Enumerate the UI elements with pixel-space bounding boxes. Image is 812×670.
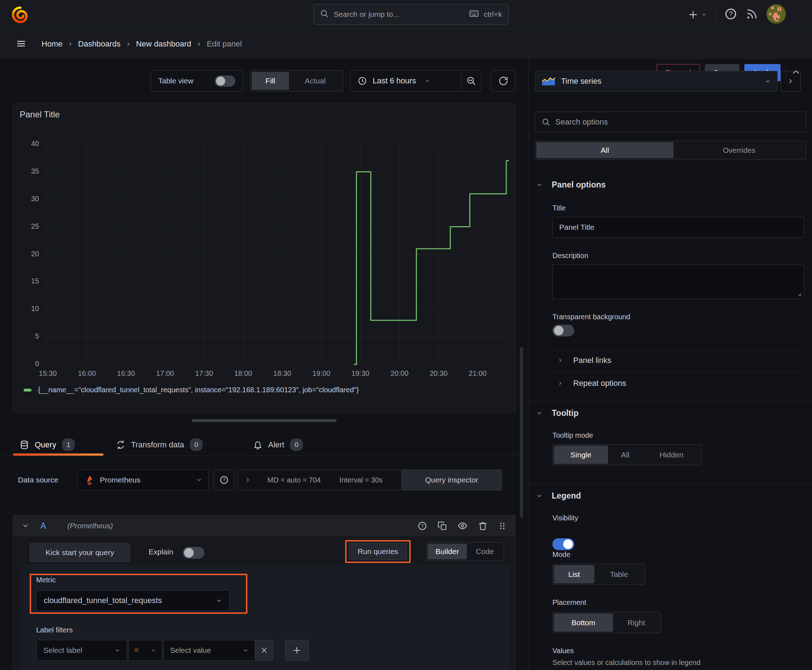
filter-all-option[interactable]: All bbox=[536, 142, 673, 158]
chart-legend[interactable]: {__name__="cloudflared_tunnel_total_requ… bbox=[24, 386, 359, 394]
metric-label: Metric bbox=[36, 576, 56, 584]
run-queries-button[interactable]: Run queries bbox=[349, 543, 407, 560]
datasource-help-button[interactable]: ? bbox=[214, 470, 234, 490]
query-editor-body: Metric cloudflared_tunnel_total_requests… bbox=[21, 564, 509, 670]
time-range-picker[interactable]: Last 6 hours bbox=[351, 71, 461, 91]
code-option[interactable]: Code bbox=[467, 544, 503, 559]
table-view-control: Table view bbox=[151, 70, 244, 91]
topbar-divider bbox=[715, 7, 716, 22]
legend-values-hint: Select values or calculations to show in… bbox=[553, 658, 701, 667]
select-value-dropdown[interactable]: Select value bbox=[163, 640, 255, 661]
drag-grip-icon[interactable] bbox=[498, 521, 507, 531]
y-axis-tick: 35 bbox=[13, 167, 39, 175]
legend-section-header[interactable]: Legend bbox=[536, 491, 581, 501]
x-axis-tick: 16:00 bbox=[71, 369, 103, 377]
chevron-down-icon bbox=[243, 648, 249, 653]
help-icon[interactable]: ? bbox=[417, 521, 427, 531]
nav-bar: Home › Dashboards › New dashboard › Edit… bbox=[0, 29, 812, 59]
zoom-out-button[interactable] bbox=[461, 71, 481, 91]
transparent-bg-toggle[interactable] bbox=[553, 325, 574, 337]
explain-toggle[interactable] bbox=[183, 547, 204, 559]
fill-option[interactable]: Fill bbox=[252, 72, 289, 90]
metric-value: cloudflared_tunnel_total_requests bbox=[44, 596, 211, 605]
help-button[interactable]: ? bbox=[724, 7, 737, 22]
breadcrumb-sep: › bbox=[69, 39, 71, 49]
tab-transform[interactable]: Transform data 0 bbox=[116, 435, 203, 455]
duplicate-icon[interactable] bbox=[437, 521, 447, 531]
trash-icon[interactable] bbox=[478, 521, 488, 531]
tooltip-hidden-option[interactable]: Hidden bbox=[642, 446, 700, 464]
x-axis-tick: 20:30 bbox=[422, 369, 455, 377]
select-label-dropdown[interactable]: Select label bbox=[37, 640, 127, 661]
panel-options-title: Panel options bbox=[552, 180, 606, 189]
breadcrumb-new-dashboard[interactable]: New dashboard bbox=[136, 39, 191, 49]
breadcrumb-dashboards[interactable]: Dashboards bbox=[78, 39, 120, 49]
global-search-box[interactable]: Search or jump to... ctrl+k bbox=[313, 4, 509, 25]
tooltip-section-header[interactable]: Tooltip bbox=[536, 408, 578, 418]
search-placeholder: Search or jump to... bbox=[334, 10, 464, 19]
breadcrumb-home[interactable]: Home bbox=[42, 39, 63, 49]
actual-option[interactable]: Actual bbox=[289, 72, 342, 90]
query-inspector-button[interactable]: Query inspector bbox=[401, 470, 502, 490]
label-filters-label: Label filters bbox=[36, 626, 73, 634]
transform-icon bbox=[116, 440, 125, 450]
grafana-logo-icon[interactable] bbox=[11, 5, 29, 24]
add-filter-button[interactable] bbox=[285, 640, 309, 661]
news-rss-button[interactable] bbox=[746, 8, 758, 22]
chevron-down-icon bbox=[536, 410, 542, 416]
add-new-button[interactable] bbox=[688, 10, 707, 20]
svg-text:?: ? bbox=[421, 523, 424, 529]
legend-table-option[interactable]: Table bbox=[594, 565, 644, 584]
legend-visibility-toggle[interactable] bbox=[553, 538, 574, 550]
legend-list-option[interactable]: List bbox=[554, 565, 594, 584]
visualization-picker[interactable]: Time series bbox=[535, 71, 778, 91]
x-axis-tick: 18:00 bbox=[227, 369, 259, 377]
x-axis-tick: 18:30 bbox=[266, 369, 298, 377]
panel-title-input[interactable] bbox=[553, 217, 804, 238]
builder-option[interactable]: Builder bbox=[427, 544, 467, 559]
operator-dropdown[interactable]: = bbox=[128, 640, 162, 661]
tab-alert[interactable]: Alert 0 bbox=[253, 435, 303, 455]
tooltip-single-option[interactable]: Single bbox=[554, 446, 608, 464]
operator-value: = bbox=[134, 646, 147, 655]
refresh-button[interactable] bbox=[491, 70, 515, 91]
select-value-placeholder: Select value bbox=[170, 646, 239, 655]
pane-resize-handle[interactable] bbox=[192, 419, 337, 422]
x-axis-tick: 19:00 bbox=[305, 369, 337, 377]
query-row-header[interactable]: A (Prometheus) ? bbox=[13, 515, 515, 536]
x-axis-tick: 15:30 bbox=[32, 369, 64, 377]
tooltip-all-option[interactable]: All bbox=[608, 446, 642, 464]
legend-mode-label: Mode bbox=[553, 550, 570, 559]
chevron-right-icon[interactable] bbox=[244, 477, 251, 483]
kick-start-query-button[interactable]: Kick start your query bbox=[30, 543, 130, 562]
filter-overrides-option[interactable]: Overrides bbox=[673, 142, 805, 158]
plus-icon bbox=[688, 10, 698, 20]
legend-right-option[interactable]: Right bbox=[613, 613, 659, 632]
repeat-options-section[interactable]: Repeat options bbox=[558, 379, 626, 388]
hamburger-icon bbox=[16, 39, 27, 48]
breadcrumb-sep: › bbox=[127, 39, 130, 49]
tooltip-mode-label: Tooltip mode bbox=[553, 431, 593, 440]
remove-filter-button[interactable] bbox=[255, 640, 273, 661]
panel-links-section[interactable]: Panel links bbox=[558, 356, 611, 365]
panel-options-section-header[interactable]: Panel options bbox=[536, 180, 606, 189]
resize-handle-icon[interactable] bbox=[796, 291, 802, 297]
tooltip-title: Tooltip bbox=[552, 408, 578, 418]
tab-query[interactable]: Query 1 bbox=[20, 435, 75, 455]
legend-swatch bbox=[24, 389, 32, 392]
avatar[interactable] bbox=[766, 4, 786, 25]
search-options-box[interactable]: Search options bbox=[535, 112, 806, 132]
chevron-right-icon bbox=[558, 381, 563, 386]
legend-bottom-option[interactable]: Bottom bbox=[554, 613, 613, 632]
menu-toggle-button[interactable] bbox=[16, 39, 27, 50]
y-axis-tick: 5 bbox=[13, 332, 39, 340]
datasource-picker[interactable]: Prometheus bbox=[77, 470, 209, 490]
metric-select[interactable]: cloudflared_tunnel_total_requests bbox=[36, 590, 229, 611]
description-textarea[interactable] bbox=[553, 264, 804, 299]
main-scrollbar[interactable] bbox=[520, 347, 523, 518]
tab-alert-count: 0 bbox=[290, 438, 303, 451]
table-view-toggle[interactable] bbox=[215, 75, 236, 86]
collapse-options-button[interactable] bbox=[780, 71, 800, 91]
x-axis-tick: 16:30 bbox=[110, 369, 142, 377]
eye-icon[interactable] bbox=[458, 521, 468, 531]
